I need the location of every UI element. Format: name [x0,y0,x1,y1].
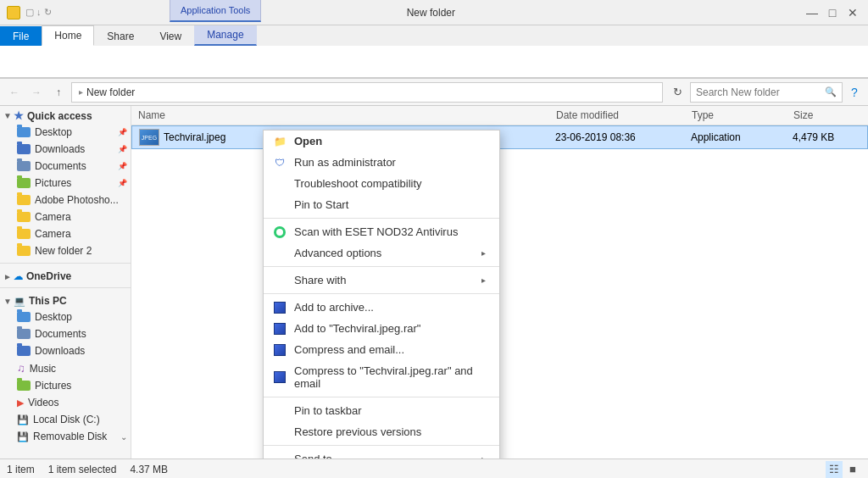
path-separator: ▸ [79,87,83,97]
ctx-label: Pin to Start [294,198,348,211]
folder-icon [17,127,31,137]
ctx-add-rar[interactable]: Add to "Techviral.jpeg.rar" [264,318,499,339]
forward-button[interactable]: → [27,83,46,102]
ctx-open[interactable]: 📁 Open [264,131,499,152]
large-icons-view-button[interactable]: ■ [844,461,861,478]
sidebar-item-music[interactable]: ♫ Music [0,359,131,377]
search-input[interactable] [696,86,825,98]
help-button[interactable]: ? [846,84,863,101]
sidebar-item-downloads-quick[interactable]: Downloads 📌 [0,141,131,158]
ctx-separator2 [264,266,499,267]
ctx-separator [264,218,499,219]
ctx-advanced[interactable]: Advanced options ▸ [264,242,499,264]
sidebar-item-label: Downloads [35,345,85,357]
addressbar: ← → ↑ ▸ New folder ↻ 🔍 ? [0,79,868,106]
col-name[interactable]: Name [138,109,556,121]
folder-icon [17,212,31,222]
col-size[interactable]: Size [793,109,861,121]
ctx-pin-start[interactable]: Pin to Start [264,194,499,215]
folder-icon [17,312,31,322]
sidebar-item-documents-quick[interactable]: Documents 📌 [0,158,131,175]
details-view-button[interactable]: ☷ [826,461,843,478]
refresh-button[interactable]: ↻ [668,83,687,102]
tab-view[interactable]: View [147,26,194,46]
sidebar-item-camera1[interactable]: Camera [0,208,131,225]
sidebar-item-label: Documents [35,160,86,172]
thispc-chevron: ▼ [3,297,12,306]
submenu-arrow-icon: ▸ [481,454,486,459]
winrar-icon [272,370,287,385]
ctx-label: Pin to taskbar [294,404,362,417]
search-box[interactable]: 🔍 [690,82,843,103]
sidebar-item-documents-pc[interactable]: Documents [0,325,131,342]
ctx-pin-taskbar[interactable]: Pin to taskbar [264,400,499,421]
view-controls: ☷ ■ [826,461,861,478]
submenu-arrow-icon: ▸ [481,275,486,285]
sidebar-item-label: Camera [35,211,71,223]
sidebar-item-camera2[interactable]: Camera [0,225,131,242]
ctx-send-to[interactable]: Send to ▸ [264,448,499,459]
sidebar-item-newfolder2[interactable]: New folder 2 [0,242,131,259]
tab-home[interactable]: Home [42,25,94,46]
eset-icon [272,225,287,240]
col-date[interactable]: Date modified [556,109,692,121]
ctx-run-admin[interactable]: 🛡 Run as administrator [264,152,499,173]
maximize-button[interactable]: □ [824,4,841,21]
folder-icon [17,346,31,356]
tab-share[interactable]: Share [94,26,147,46]
quick-access-icon: ★ [14,109,24,122]
back-button[interactable]: ← [5,83,24,102]
video-icon: ▶ [17,397,24,409]
thispc-header[interactable]: ▼ 💻 This PC [0,292,131,308]
sidebar-item-label: Local Disk (C:) [33,414,100,425]
sidebar-item-photoshop[interactable]: Adobe Photosho... [0,192,131,208]
file-type: Application [691,131,793,143]
ctx-eset[interactable]: Scan with ESET NOD32 Antivirus [264,221,499,242]
ctx-compress-email[interactable]: Compress and email... [264,339,499,360]
context-menu: 📁 Open 🛡 Run as administrator Troublesho… [263,130,500,459]
sidebar-item-label: Adobe Photosho... [35,194,119,206]
sidebar-divider2 [0,287,131,288]
ctx-label: Compress and email... [294,343,404,356]
sidebar: ▼ ★ Quick access Desktop 📌 Downloads 📌 D… [0,106,131,459]
window-controls: — □ ✕ [804,4,861,21]
ctx-label: Share with [294,274,346,286]
onedrive-icon: ☁ [14,271,23,282]
winrar-icon [272,300,287,315]
ctx-restore-versions[interactable]: Restore previous versions [264,421,499,442]
sidebar-item-label: New folder 2 [35,245,92,257]
minimize-button[interactable]: — [804,4,821,21]
open-icon: 📁 [272,134,287,149]
onedrive-header[interactable]: ► ☁ OneDrive [0,267,131,284]
tab-manage[interactable]: Manage [194,25,256,46]
folder-icon [17,178,31,188]
quick-access-header[interactable]: ▼ ★ Quick access [0,106,131,124]
address-path[interactable]: ▸ New folder [71,82,663,103]
ctx-troubleshoot[interactable]: Troubleshoot compatibility [264,173,499,194]
up-button[interactable]: ↑ [49,83,68,102]
folder-icon [17,229,31,239]
ctx-add-archive[interactable]: Add to archive... [264,297,499,318]
sidebar-item-localc[interactable]: 💾 Local Disk (C:) [0,411,131,428]
onedrive-chevron: ► [3,272,12,281]
sidebar-item-label: Documents [35,328,86,340]
sidebar-item-pictures-quick[interactable]: Pictures 📌 [0,175,131,192]
close-button[interactable]: ✕ [844,4,861,21]
shield-icon: 🛡 [272,155,287,170]
col-type[interactable]: Type [692,109,793,121]
quick-access-chevron: ▼ [3,111,12,120]
sidebar-item-desktop-quick[interactable]: Desktop 📌 [0,124,131,141]
tab-file[interactable]: File [0,26,42,46]
ctx-share[interactable]: Share with ▸ [264,270,499,291]
sidebar-item-downloads-pc[interactable]: Downloads [0,342,131,359]
ribbon-tabs: File Home Share View Manage [0,25,868,46]
sidebar-item-desktop-pc[interactable]: Desktop [0,308,131,325]
app-icon [7,6,20,19]
sidebar-item-videos[interactable]: ▶ Videos [0,394,131,411]
ctx-compress-rar-email[interactable]: Compress to "Techviral.jpeg.rar" and ema… [264,360,499,394]
sidebar-item-label: Desktop [35,311,72,323]
sidebar-item-removable[interactable]: 💾 Removable Disk ⌄ [0,428,131,445]
sidebar-item-pictures-pc[interactable]: Pictures [0,377,131,394]
file-date: 23-06-2019 08:36 [555,131,691,143]
ctx-separator4 [264,397,499,397]
